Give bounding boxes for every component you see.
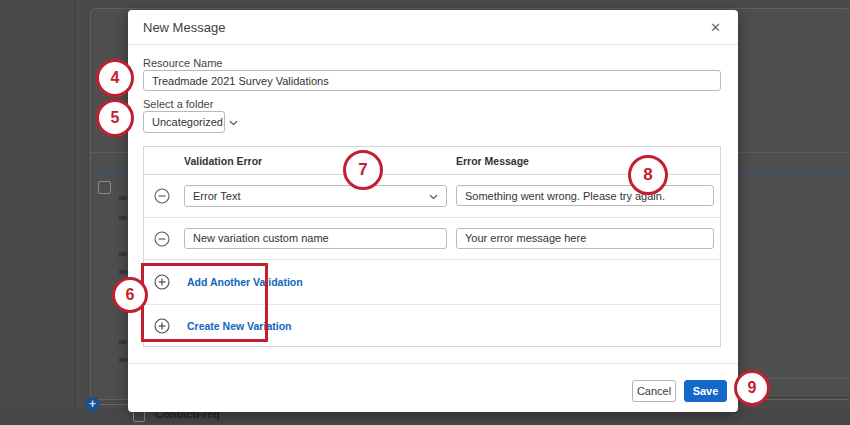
background-text-fragment [119, 196, 127, 200]
background-text-fragment [119, 358, 127, 362]
column-header-error-message: Error Message [456, 155, 529, 167]
close-icon[interactable]: ✕ [706, 18, 725, 37]
resource-name-input[interactable] [143, 70, 721, 91]
add-question-icon: + [85, 397, 100, 412]
table-row [144, 218, 720, 260]
background-text-fragment [119, 216, 127, 220]
remove-row-icon[interactable] [154, 231, 170, 247]
background-connector-line [99, 404, 129, 405]
callout-6: 6 [112, 277, 148, 313]
callout-5: 5 [96, 99, 134, 137]
callout-7: 7 [343, 150, 383, 190]
dialog-title: New Message [143, 20, 225, 35]
new-message-dialog: New Message ✕ Resource Name Select a fol… [128, 10, 738, 412]
background-text-fragment [119, 270, 127, 274]
background-divider [74, 0, 75, 425]
background-text-fragment [119, 340, 127, 344]
screen: + ContactFreq New Message ✕ Resource Nam… [0, 0, 850, 425]
error-message-input[interactable] [456, 228, 714, 249]
folder-select[interactable]: Uncategorized [143, 111, 225, 133]
callout-4: 4 [96, 59, 134, 97]
dialog-footer: Cancel Save [128, 363, 738, 412]
callout-8: 8 [628, 155, 668, 195]
folder-select-value: Uncategorized [152, 116, 223, 128]
folder-label: Select a folder [143, 98, 213, 110]
validation-error-select-value: Error Text [193, 190, 240, 202]
resource-name-label: Resource Name [143, 57, 222, 69]
save-button[interactable]: Save [684, 380, 727, 402]
background-text-fragment [119, 252, 127, 256]
background-checkbox [98, 181, 111, 194]
validation-error-select[interactable]: Error Text [184, 185, 447, 207]
error-message-input[interactable] [456, 185, 714, 206]
variation-name-input[interactable] [184, 228, 447, 249]
dialog-header: New Message ✕ [128, 10, 738, 45]
chevron-down-icon [229, 116, 238, 128]
chevron-down-icon [429, 190, 438, 202]
annotation-highlight-box [141, 263, 268, 342]
column-header-validation-error: Validation Error [184, 155, 262, 167]
cancel-button[interactable]: Cancel [632, 380, 676, 402]
callout-9: 9 [734, 370, 770, 406]
remove-row-icon[interactable] [154, 188, 170, 204]
